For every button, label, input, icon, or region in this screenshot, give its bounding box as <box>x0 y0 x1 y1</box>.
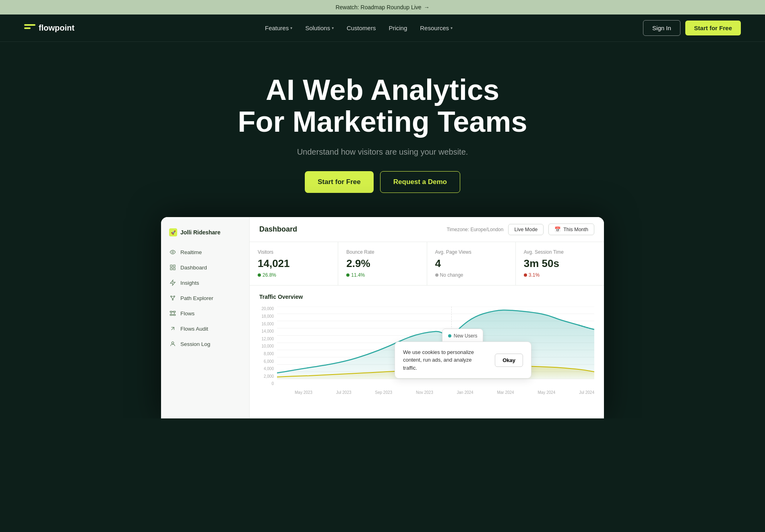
stat-card-visitors: Visitors 14,021 26.8% <box>250 242 338 285</box>
chevron-down-icon: ▾ <box>290 26 292 30</box>
logo-text: flowpoint <box>39 23 74 33</box>
nav-links: Features ▾ Solutions ▾ Customers Pricing… <box>265 25 453 31</box>
change-dot <box>435 273 438 277</box>
sidebar-brand: 🚀 Jolli Rideshare <box>161 225 249 244</box>
nav-actions: Sign In Start for Free <box>643 20 741 36</box>
eye-icon <box>169 248 176 256</box>
flows-icon <box>169 310 176 317</box>
hero-title: AI Web Analytics For Marketing Teams <box>8 74 757 138</box>
stat-label-visitors: Visitors <box>258 249 330 255</box>
stat-value-session: 3m 50s <box>524 257 596 270</box>
timezone-label: Timezone: Europe/London <box>447 227 503 232</box>
svg-point-7 <box>174 296 175 297</box>
signin-button[interactable]: Sign In <box>643 20 680 36</box>
stat-card-session: Avg. Session Time 3m 50s 3.1% <box>516 242 604 285</box>
nav-item-features[interactable]: Features ▾ <box>265 25 292 31</box>
stat-change-visitors: 26.8% <box>258 272 330 278</box>
svg-rect-11 <box>170 315 172 316</box>
banner-text: Rewatch: Roadmap Roundup Live <box>335 4 421 10</box>
sidebar-item-session-log[interactable]: Session Log <box>161 336 249 352</box>
dashboard-header: Dashboard Timezone: Europe/London Live M… <box>250 217 604 242</box>
change-dot <box>346 273 349 277</box>
svg-rect-9 <box>170 311 172 313</box>
nav-item-solutions[interactable]: Solutions ▾ <box>305 25 334 31</box>
tooltip-dot <box>448 334 451 337</box>
svg-rect-12 <box>173 315 175 316</box>
stat-change-pageviews: No change <box>435 272 507 278</box>
svg-rect-3 <box>170 268 172 270</box>
top-banner: Rewatch: Roadmap Roundup Live → <box>0 0 765 14</box>
sidebar-item-path-explorer[interactable]: Path Explorer <box>161 290 249 306</box>
start-free-button-nav[interactable]: Start for Free <box>685 21 741 35</box>
svg-rect-10 <box>173 311 175 313</box>
dashboard-icon <box>169 264 176 271</box>
cookie-text: We use cookies to personalize content, r… <box>403 348 487 372</box>
cookie-okay-button[interactable]: Okay <box>495 354 523 367</box>
traffic-section: Traffic Overview 20,000 18,000 16,000 14… <box>250 286 604 403</box>
request-demo-button[interactable]: Request a Demo <box>380 171 460 193</box>
logo[interactable]: flowpoint <box>24 23 74 33</box>
svg-point-8 <box>172 299 174 300</box>
dashboard-frame: 🚀 Jolli Rideshare Realtime Dashboard <box>161 217 604 418</box>
sidebar: 🚀 Jolli Rideshare Realtime Dashboard <box>161 217 250 418</box>
change-dot <box>524 273 527 277</box>
sidebar-item-insights[interactable]: Insights <box>161 275 249 290</box>
sidebar-item-flows-audit[interactable]: Flows Audit <box>161 321 249 336</box>
stat-card-bounce: Bounce Rate 2.9% 11.4% <box>338 242 427 285</box>
flows-audit-icon <box>169 325 176 332</box>
start-free-button-hero[interactable]: Start for Free <box>305 171 374 193</box>
nav-item-resources[interactable]: Resources ▾ <box>420 25 453 31</box>
x-axis: May 2023 Jul 2023 Sep 2023 Nov 2023 Jan … <box>277 390 594 395</box>
traffic-title: Traffic Overview <box>259 294 594 300</box>
brand-icon: 🚀 <box>169 228 177 236</box>
svg-rect-2 <box>173 265 175 267</box>
stat-change-bounce: 11.4% <box>346 272 418 278</box>
cookie-banner: We use cookies to personalize content, r… <box>395 342 531 379</box>
svg-rect-1 <box>170 265 172 267</box>
svg-point-0 <box>172 251 174 253</box>
svg-rect-4 <box>173 268 175 270</box>
sidebar-item-flows[interactable]: Flows <box>161 306 249 321</box>
hero-subtitle: Understand how visitors are using your w… <box>8 147 757 157</box>
svg-point-6 <box>171 296 172 297</box>
change-dot <box>258 273 261 277</box>
sidebar-nav: Realtime Dashboard Insights <box>161 244 249 352</box>
live-mode-button[interactable]: Live Mode <box>508 224 544 235</box>
chevron-down-icon: ▾ <box>451 26 453 30</box>
this-month-button[interactable]: 📅 This Month <box>548 224 594 235</box>
svg-line-17 <box>172 327 174 330</box>
sidebar-item-realtime[interactable]: Realtime <box>161 244 249 260</box>
svg-point-18 <box>172 342 174 344</box>
session-icon <box>169 340 176 348</box>
dashboard-preview: 🚀 Jolli Rideshare Realtime Dashboard <box>0 217 765 418</box>
banner-arrow: → <box>424 4 430 10</box>
calendar-icon: 📅 <box>554 226 561 232</box>
svg-marker-5 <box>170 280 175 286</box>
nav-item-customers[interactable]: Customers <box>347 25 376 31</box>
insights-icon <box>169 279 176 286</box>
stat-label-pageviews: Avg. Page Views <box>435 249 507 255</box>
chevron-down-icon: ▾ <box>332 26 334 30</box>
stat-change-session: 3.1% <box>524 272 596 278</box>
sidebar-item-dashboard[interactable]: Dashboard <box>161 260 249 275</box>
hero-buttons: Start for Free Request a Demo <box>8 171 757 193</box>
stat-value-pageviews: 4 <box>435 257 507 270</box>
nav-item-pricing[interactable]: Pricing <box>389 25 407 31</box>
stat-value-bounce: 2.9% <box>346 257 418 270</box>
navbar: flowpoint Features ▾ Solutions ▾ Custome… <box>0 14 765 42</box>
hero-section: AI Web Analytics For Marketing Teams Und… <box>0 42 765 217</box>
main-content: Dashboard Timezone: Europe/London Live M… <box>250 217 604 418</box>
stat-label-session: Avg. Session Time <box>524 249 596 255</box>
stats-row: Visitors 14,021 26.8% Bounce Rate 2.9% 1… <box>250 242 604 286</box>
dashboard-title: Dashboard <box>259 225 297 234</box>
dashboard-controls: Timezone: Europe/London Live Mode 📅 This… <box>447 224 594 235</box>
stat-value-visitors: 14,021 <box>258 257 330 270</box>
path-icon <box>169 294 176 302</box>
stat-card-pageviews: Avg. Page Views 4 No change <box>427 242 516 285</box>
logo-icon <box>24 24 35 32</box>
stat-label-bounce: Bounce Rate <box>346 249 418 255</box>
